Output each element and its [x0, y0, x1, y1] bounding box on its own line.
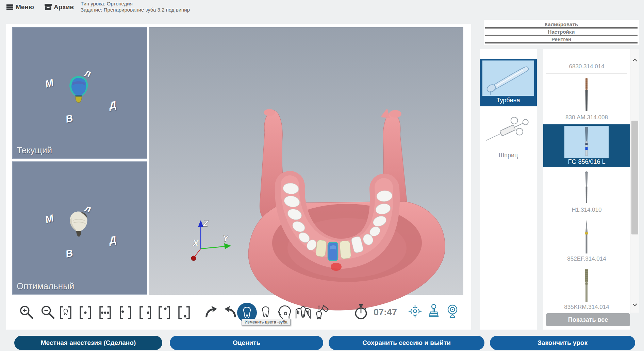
turbine-handpiece-icon — [482, 60, 534, 96]
scroll-up-icon[interactable] — [632, 58, 638, 63]
bur-image — [564, 126, 609, 158]
view-three-dots-button[interactable] — [98, 305, 112, 320]
bracket-center-dot-icon — [78, 305, 93, 320]
scroll-down-icon[interactable] — [632, 302, 638, 307]
divider — [546, 73, 627, 74]
stopwatch-icon — [354, 304, 368, 320]
show-all-button[interactable]: Показать все — [546, 313, 630, 326]
optimal-tooth-model — [66, 209, 92, 240]
tooth-view-button[interactable] — [259, 305, 272, 319]
tool-syringe[interactable]: Шприц — [480, 110, 537, 161]
bracket-dot-bottom-icon — [177, 305, 191, 320]
scrollbar-thumb[interactable] — [631, 121, 638, 234]
tooltip: Изменить цвета -зуба — [242, 319, 291, 326]
webcam-icon — [446, 304, 459, 319]
archive-button[interactable] — [45, 4, 52, 10]
menu-button[interactable] — [6, 4, 14, 10]
calibrate-link[interactable]: Калибровать — [484, 21, 639, 28]
bracket-three-dots-icon — [98, 305, 112, 320]
axis-label-x: X — [192, 239, 199, 248]
hamburger-icon — [6, 4, 14, 10]
axis-label-z: Z — [203, 219, 209, 228]
main-3d-view[interactable]: Z Y X — [149, 27, 463, 295]
view-dot-right-button[interactable] — [138, 305, 152, 320]
redo-icon — [204, 305, 218, 319]
bracket-dot-right-icon — [138, 305, 152, 320]
evaluate-button[interactable]: Оценить — [170, 336, 323, 350]
timer — [354, 304, 368, 320]
tool-syringe-label: Шприц — [480, 152, 537, 159]
settings-link[interactable]: Настройки — [484, 29, 639, 35]
tooth-cross-section-button[interactable] — [295, 305, 311, 319]
sidebar-links-card: Калибровать Настройки Рентген — [484, 20, 639, 45]
crosshair-icon — [408, 304, 422, 318]
optimal-view-label: Оптимальный — [17, 281, 74, 292]
joystick-button[interactable] — [427, 304, 441, 319]
bur-item-label: 830.AM.314.008 — [543, 114, 630, 121]
zoom-in-button[interactable] — [19, 305, 34, 319]
bur-item-label: 835KRM.314.014 — [543, 304, 630, 311]
bur-item[interactable]: 852EF.314.014 — [543, 218, 630, 266]
optimal-view-panel[interactable]: л М Д В Оптимальный — [12, 161, 147, 295]
head-profile-icon — [277, 304, 292, 319]
scrollbar-track[interactable] — [630, 49, 639, 313]
archive-label[interactable]: Архив — [54, 3, 74, 11]
archive-box-icon — [45, 4, 52, 10]
view-dot-left-button[interactable] — [118, 305, 133, 320]
lesson-type: Тип урока: Ортопедия — [81, 1, 133, 7]
view-center-dot-button[interactable] — [78, 305, 93, 320]
bur-item[interactable]: H1.314.010 — [543, 169, 630, 217]
calibration-target-button[interactable] — [408, 304, 422, 318]
bur-list: 6830.314.014 830.AM.314.008 FG 856/016 — [543, 49, 630, 330]
drill-simulation-button[interactable] — [314, 304, 329, 320]
save-session-exit-button[interactable]: Сохранить сессию и выйти — [329, 336, 484, 350]
zoom-out-button[interactable] — [41, 305, 55, 319]
joystick-icon — [427, 304, 441, 319]
bur-item-label[interactable]: 6830.314.014 — [543, 63, 630, 70]
axis-gizmo: Z Y X — [185, 217, 236, 265]
xray-link[interactable]: Рентген — [484, 36, 639, 42]
bur-image — [580, 218, 593, 256]
tool-turbine-label: Турбина — [480, 97, 537, 104]
tooth-cross-section-icon — [295, 305, 311, 319]
divider — [485, 42, 638, 43]
target-tooth[interactable] — [328, 242, 338, 261]
tooth-color-icon — [240, 306, 254, 319]
current-view-panel[interactable]: л М Д В Текущий — [12, 27, 147, 159]
view-dot-bottom-button[interactable] — [177, 305, 191, 320]
zoom-out-icon — [41, 305, 55, 319]
tooth-outline-icon — [259, 305, 272, 319]
view-dot-top-button[interactable] — [157, 305, 171, 320]
bur-item[interactable]: 830.AM.314.008 — [543, 75, 630, 124]
bur-item-selected[interactable]: FG 856/016 L — [543, 124, 630, 167]
tooth-drill-icon — [314, 304, 329, 320]
end-lesson-button[interactable]: Закончить урок — [490, 336, 635, 350]
divider — [485, 27, 638, 29]
bracket-tooth-icon — [59, 305, 73, 320]
axis-label-y: Y — [223, 234, 229, 243]
orientation-letter-bottom: В — [65, 247, 74, 260]
veneer-tooth-right — [340, 241, 351, 259]
orientation-letter-left: М — [44, 212, 55, 225]
gum-lesion-marker — [331, 263, 342, 271]
bur-item-label: H1.314.010 — [543, 207, 630, 213]
tool-turbine[interactable]: Турбина — [480, 59, 537, 106]
bur-item-label: FG 856/016 L — [543, 158, 630, 165]
current-tooth-model — [66, 74, 92, 106]
bur-item[interactable]: 835KRM.314.014 — [543, 267, 630, 315]
orientation-letter-right: Д — [108, 234, 117, 246]
menu-label[interactable]: Меню — [16, 3, 34, 11]
anesthesia-button[interactable]: Местная анестезия (Сделано) — [14, 336, 162, 350]
veneer-tooth-left — [316, 240, 327, 257]
undo-icon — [224, 305, 237, 319]
webcam-button[interactable] — [446, 304, 459, 319]
orientation-letter-left: М — [44, 77, 55, 90]
divider — [485, 35, 638, 36]
undo-button[interactable] — [224, 305, 237, 319]
syringe-icon — [482, 110, 534, 150]
zoom-in-icon — [19, 305, 34, 319]
view-full-tooth-button[interactable] — [59, 305, 73, 320]
divider — [546, 266, 627, 266]
redo-button[interactable] — [204, 305, 218, 319]
patient-head-button[interactable] — [277, 304, 292, 319]
